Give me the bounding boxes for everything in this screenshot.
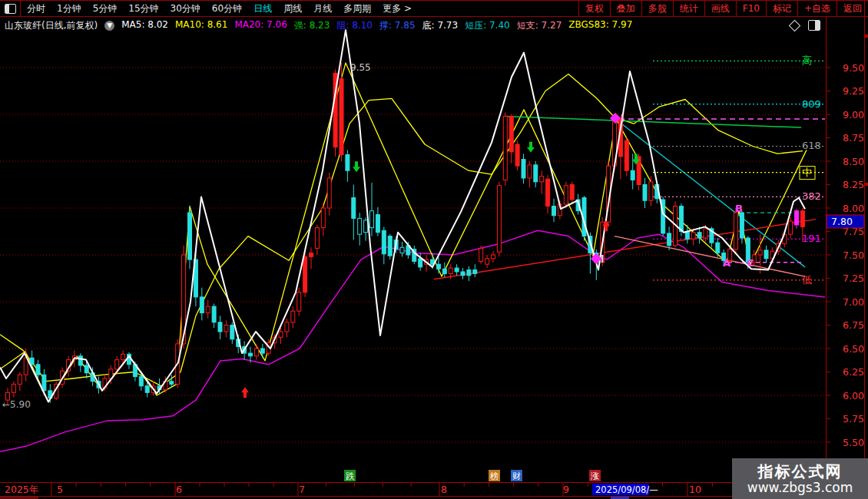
indicator-value: MA10: 8.61 xyxy=(175,19,227,32)
toolbar-buttons: 复权叠加多股统计画线F10标记+自选返回 xyxy=(578,1,868,16)
axis-price-label: 7.50 xyxy=(843,250,864,261)
candle-body xyxy=(254,349,258,356)
indicator-bar: 山东玻纤(日线,前复权) ▼ MA5: 8.02MA10: 8.61MA20: … xyxy=(0,17,868,35)
candle-body xyxy=(467,270,471,276)
candle-body xyxy=(697,233,701,238)
candle-body xyxy=(570,185,574,200)
chevron-down-icon[interactable]: ▼ xyxy=(104,21,114,31)
fib-label: 中 xyxy=(802,167,812,178)
candle-body xyxy=(30,358,34,365)
toolbar-button[interactable]: 复权 xyxy=(578,1,610,16)
candle-body xyxy=(310,253,313,257)
period-tab[interactable]: 60分钟 xyxy=(212,2,242,15)
period-tab[interactable]: 月线 xyxy=(313,2,332,15)
watermark: 指标公式网 www.zbgs3.com xyxy=(732,458,868,499)
period-tab[interactable]: 多周期 xyxy=(343,2,371,15)
indicator-value: 短压: 7.40 xyxy=(465,19,510,32)
candle-body xyxy=(624,140,628,170)
candle-body xyxy=(546,179,550,206)
indicator-value: 短支: 7.27 xyxy=(517,19,562,32)
pink-tick-marker xyxy=(601,255,604,263)
wave-letter-label: C xyxy=(747,257,754,269)
period-tab[interactable]: 1分钟 xyxy=(57,2,81,15)
month-label: 5 xyxy=(57,484,63,495)
fib-levels-layer: 高809618中382191低 xyxy=(653,55,825,285)
candle-body xyxy=(442,269,446,273)
axis-price-label: 7.25 xyxy=(843,273,864,284)
price-annotation: 9.55 xyxy=(350,62,371,73)
fib-label: 809 xyxy=(802,98,821,110)
split-window-icon xyxy=(5,4,16,14)
axis-price-label: 6.00 xyxy=(843,390,864,402)
candle-body xyxy=(145,386,149,393)
toolbar-button[interactable]: 多股 xyxy=(641,1,673,16)
toolbar-button[interactable]: +自选 xyxy=(797,1,837,16)
fib-label: 618 xyxy=(802,140,821,151)
candle-body xyxy=(789,221,793,234)
candle-body xyxy=(540,177,544,182)
candle-body xyxy=(84,365,88,373)
period-tabs: 分时1分钟5分钟15分钟30分钟60分钟日线周线月线多周期更多 > xyxy=(21,2,412,15)
candle-body xyxy=(522,160,525,178)
infobar-icons xyxy=(790,20,820,31)
candle-body xyxy=(327,178,331,208)
candle-body xyxy=(704,229,707,238)
diamond-icon[interactable] xyxy=(789,19,801,31)
toolbar-button[interactable]: 标记 xyxy=(766,1,797,16)
candle-body xyxy=(315,228,319,249)
candle-body xyxy=(388,236,392,256)
candle-body xyxy=(24,358,28,375)
green-down-arrow xyxy=(353,161,360,172)
indicator-values: MA5: 8.02MA10: 8.61MA20: 7.06强: 8.23阻: 8… xyxy=(121,19,632,32)
period-tab[interactable]: 日线 xyxy=(253,2,272,15)
candle-body xyxy=(78,356,82,365)
candle-body xyxy=(400,247,404,253)
toolbar-button[interactable]: F10 xyxy=(736,1,766,16)
panel-toggle-icon[interactable] xyxy=(808,20,820,31)
toolbar-button[interactable]: 画线 xyxy=(704,1,736,16)
window-layout-button[interactable] xyxy=(0,1,21,16)
green-down-arrow xyxy=(527,142,535,153)
candle-body xyxy=(503,116,507,180)
indicator-value: 强: 8.23 xyxy=(294,19,330,32)
period-tab[interactable]: 更多 > xyxy=(383,2,412,15)
indicator-value: MA20: 7.06 xyxy=(234,19,287,32)
period-tab[interactable]: 30分钟 xyxy=(171,2,200,15)
toolbar-button[interactable]: 叠加 xyxy=(610,1,641,16)
period-tab[interactable]: 15分钟 xyxy=(128,2,158,15)
red-support-line xyxy=(434,220,816,279)
candle-body xyxy=(552,207,556,216)
candle-body xyxy=(188,213,192,259)
candlestick-chart[interactable]: 高809618中382191低ABC9.55←5.909.509.259.008… xyxy=(0,0,868,499)
toolbar-button[interactable]: 统计 xyxy=(673,1,704,16)
candle-body xyxy=(528,165,532,178)
axis-price-label: 6.50 xyxy=(843,343,864,355)
candle-body xyxy=(534,165,538,182)
candle-body xyxy=(515,144,519,166)
toolbar-button[interactable]: 返回 xyxy=(837,1,868,16)
year-label: 2025年 xyxy=(5,484,38,495)
candle-body xyxy=(200,297,204,313)
axis-price-label: 9.25 xyxy=(843,85,864,97)
axis-price-label: 8.50 xyxy=(843,156,864,167)
quick-badge-label: 榜 xyxy=(490,471,499,481)
candle-body xyxy=(297,292,301,311)
month-label: 6 xyxy=(176,484,182,495)
wave-letter-label: B xyxy=(735,203,743,214)
quick-badge-label: 涨 xyxy=(591,471,599,481)
axis-price-label: 6.75 xyxy=(843,319,864,331)
candle-body xyxy=(115,360,119,369)
white-indicator-line xyxy=(0,30,805,402)
price-axis: 9.509.259.008.758.508.258.007.757.507.25… xyxy=(826,0,868,499)
period-tab[interactable]: 5分钟 xyxy=(93,2,118,15)
candle-body xyxy=(352,198,356,219)
candle-body xyxy=(206,306,210,313)
fib-label: 191 xyxy=(802,233,821,244)
candle-body xyxy=(170,382,174,385)
candle-body xyxy=(291,311,295,322)
candle-body xyxy=(631,170,634,180)
axis-price-label: 5.75 xyxy=(843,413,864,425)
period-tab[interactable]: 分时 xyxy=(27,2,45,15)
period-tab[interactable]: 周线 xyxy=(283,2,302,15)
candle-body xyxy=(795,211,799,225)
